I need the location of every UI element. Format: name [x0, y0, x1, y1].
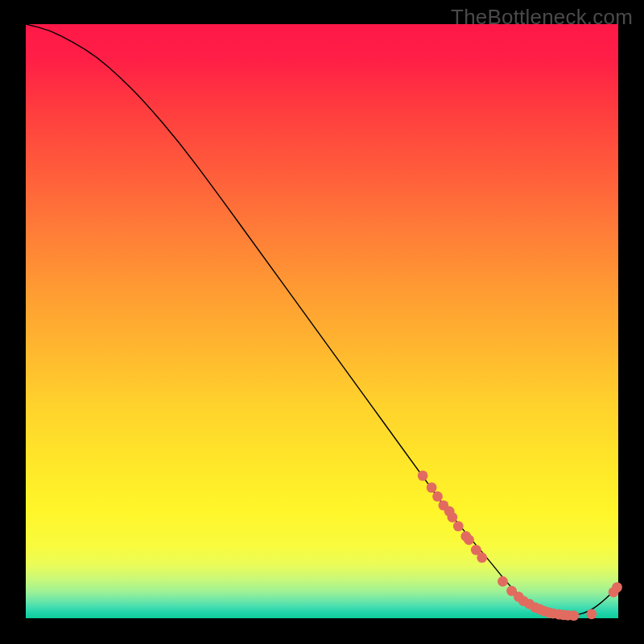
- bottleneck-curve: [26, 24, 618, 615]
- data-marker: [418, 470, 428, 481]
- data-marker: [464, 535, 474, 545]
- data-marker: [448, 512, 458, 522]
- data-marker: [497, 576, 508, 587]
- data-marker: [586, 609, 597, 619]
- data-marker: [477, 552, 487, 563]
- plot-svg: [26, 24, 618, 618]
- data-marker: [568, 610, 579, 621]
- plot-area: [26, 24, 618, 618]
- data-marker: [453, 521, 464, 531]
- data-marker: [427, 482, 437, 493]
- data-marker: [612, 582, 622, 592]
- data-marker: [432, 491, 443, 502]
- chart-stage: TheBottleneck.com: [0, 0, 644, 644]
- marker-group: [418, 470, 622, 621]
